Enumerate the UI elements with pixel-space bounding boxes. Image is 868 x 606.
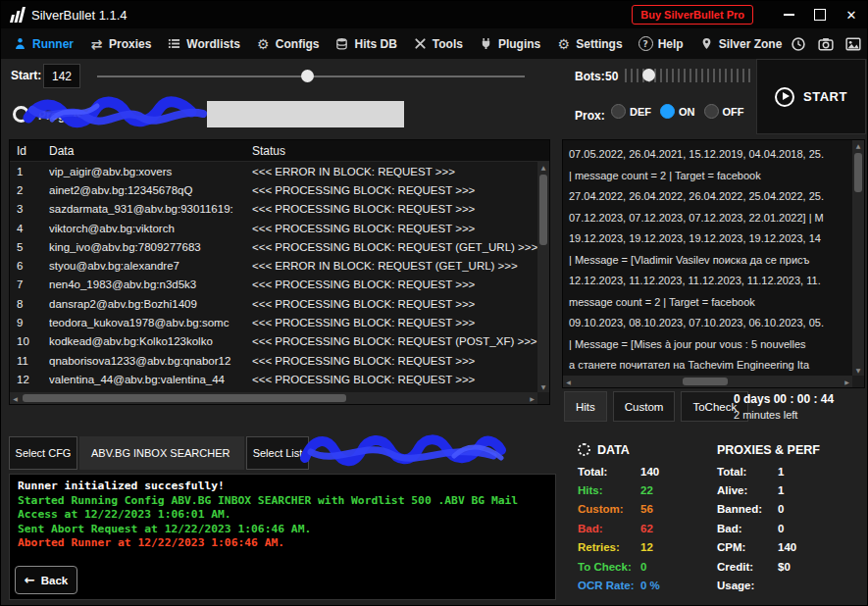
log-line: Aborted Runner at 12/22/2023 1:06:46 AM.: [18, 536, 547, 551]
proxy-radio-def[interactable]: DEF: [611, 104, 651, 119]
maximize-button[interactable]: [804, 1, 836, 28]
nav-item-runner[interactable]: Runner: [5, 28, 81, 59]
cell-id: 12: [10, 374, 49, 385]
vertical-scroll-thumb[interactable]: [854, 153, 862, 192]
nav-item-help[interactable]: Help: [631, 28, 691, 59]
cell-data: king_ivo@abv.bg:7809277683: [49, 241, 252, 253]
table-row[interactable]: 10 kodkead@abv.bg:Kolko123kolko <<< PROC…: [10, 332, 537, 351]
table-vertical-scrollbar[interactable]: [537, 162, 549, 392]
radio-on-icon[interactable]: [660, 104, 675, 119]
scroll-up-arrow-icon[interactable]: [852, 140, 864, 151]
proxies-swap-icon: [89, 36, 104, 51]
stat-label: Alive:: [717, 484, 778, 496]
proxy-radio-off[interactable]: OFF: [704, 104, 744, 119]
proxies-stats-rows: Total: 1 Alive: 1 Banned: 0 Bad: 0: [717, 462, 866, 595]
list-censor-scribble: [297, 432, 509, 474]
tab-custom[interactable]: Custom: [613, 391, 676, 422]
table-row[interactable]: 12 valentina_44@abv.bg:valentina_44 <<< …: [10, 370, 537, 388]
vertical-scroll-thumb[interactable]: [539, 175, 547, 245]
header-id: Id: [10, 144, 49, 158]
start-input[interactable]: [43, 64, 80, 88]
history-icon[interactable]: [790, 35, 806, 52]
scroll-down-arrow-icon[interactable]: [537, 381, 549, 392]
cell-status: <<< ERROR IN BLOCK: REQUEST >>>: [252, 166, 537, 177]
scroll-up-arrow-icon[interactable]: [537, 162, 549, 173]
buy-pro-button[interactable]: Buy SilverBullet Pro: [632, 5, 753, 25]
scroll-down-arrow-icon[interactable]: [852, 365, 864, 376]
cell-data: qnaborisova1233@abv.bg:qnabor12: [49, 355, 252, 367]
select-list-button[interactable]: Select List: [246, 436, 309, 470]
gallery-icon[interactable]: [844, 35, 861, 52]
stat-value: 22: [640, 484, 653, 496]
capture-line: | Message = [Mises à jour pour vous : 5 …: [569, 334, 850, 356]
select-cfg-button[interactable]: Select CFG: [9, 436, 77, 470]
capture-line: 07.05.2022, 26.04.2021, 15.12.2019, 04.0…: [569, 144, 850, 166]
radio-def-icon[interactable]: [611, 104, 626, 119]
cell-status: <<< ERROR IN BLOCK: REQUEST (GET_URL) >>…: [252, 260, 537, 272]
back-button[interactable]: Back: [15, 566, 77, 594]
table-row[interactable]: 5 king_ivo@abv.bg:7809277683 <<< PROCESS…: [10, 237, 537, 256]
nav-item-proxies[interactable]: Proxies: [81, 28, 159, 59]
table-row[interactable]: 4 viktorch@abv.bg:viktorch <<< PROCESSIN…: [10, 219, 537, 237]
table-horizontal-scrollbar[interactable]: [10, 392, 537, 404]
nav-item-settings[interactable]: Settings: [548, 28, 630, 59]
close-button[interactable]: [836, 1, 867, 28]
table-row[interactable]: 2 ainet2@abv.bg:12345678qQ <<< PROCESSIN…: [10, 180, 537, 199]
progress-bar: [207, 101, 404, 127]
bots-slider-thumb[interactable]: [642, 69, 655, 81]
scroll-left-arrow-icon[interactable]: [10, 392, 21, 404]
radio-off-icon[interactable]: [704, 104, 719, 119]
proxy-radio-on[interactable]: ON: [660, 104, 695, 119]
nav-item-plugins[interactable]: Plugins: [471, 28, 548, 59]
cell-data: teodora_kukova1978@abv.bg:somc: [49, 317, 252, 328]
app-window: SilverBullet 1.1.4 Buy SilverBullet Pro …: [0, 0, 868, 606]
capture-vertical-scrollbar[interactable]: [852, 140, 864, 376]
start-button[interactable]: START: [756, 59, 866, 134]
cell-data: vip_aigir@abv.bg:xovers: [49, 166, 252, 177]
runner-icon: [13, 36, 27, 51]
scroll-left-arrow-icon[interactable]: [563, 376, 574, 387]
cell-id: 9: [10, 317, 49, 328]
help-icon: [638, 36, 653, 51]
table-row[interactable]: 8 dansrap2@abv.bg:Bozhi1409 <<< PROCESSI…: [10, 294, 537, 313]
nav-label: Settings: [576, 37, 622, 51]
cell-id: 1: [10, 166, 49, 177]
capture-line: 12.12.2023, 11.12.2023, 11.12.2023, 11.1…: [569, 271, 850, 292]
cell-id: 8: [10, 298, 49, 310]
camera-icon[interactable]: [817, 35, 834, 52]
slider-thumb[interactable]: [301, 70, 314, 82]
table-row[interactable]: 6 styou@abv.bg:alexandre7 <<< ERROR IN B…: [10, 256, 537, 275]
stat-value: 140: [778, 541, 796, 553]
nav-item-tools[interactable]: Tools: [405, 28, 471, 59]
elapsed-time: 0 days 00 : 00 : 44: [734, 392, 834, 406]
proxies-stats-title: PROXIES & PERF: [717, 443, 820, 457]
horizontal-scroll-thumb[interactable]: [683, 378, 728, 385]
table-body: 1 vip_aigir@abv.bg:xovers <<< ERROR IN B…: [10, 162, 537, 392]
cell-id: 10: [10, 335, 49, 347]
scroll-right-arrow-icon[interactable]: [527, 392, 537, 404]
scroll-right-arrow-icon[interactable]: [842, 376, 852, 387]
bots-slider[interactable]: [625, 69, 750, 82]
table-row[interactable]: 1 vip_aigir@abv.bg:xovers <<< ERROR IN B…: [10, 162, 537, 180]
capture-horizontal-scrollbar[interactable]: [563, 376, 852, 387]
nav-label: Wordlists: [186, 37, 239, 51]
table-row[interactable]: 9 teodora_kukova1978@abv.bg:somc <<< PRO…: [10, 313, 537, 331]
table-row[interactable]: 11 qnaborisova1233@abv.bg:qnabor12 <<< P…: [10, 351, 537, 370]
result-tabs: Hits Custom ToCheck: [564, 391, 748, 422]
nav-item-silverzone[interactable]: Silver Zone: [691, 28, 791, 59]
minimize-button[interactable]: [773, 1, 804, 28]
table-row[interactable]: 3 sazdarmata_931@abv.bg:93011619: <<< PR…: [10, 200, 537, 219]
horizontal-scroll-thumb[interactable]: [23, 394, 346, 402]
app-logo-icon: [11, 7, 24, 23]
nav-item-configs[interactable]: Configs: [248, 28, 328, 59]
tab-hits[interactable]: Hits: [564, 391, 607, 422]
cell-id: 6: [10, 260, 49, 272]
back-button-label: Back: [41, 575, 69, 586]
bots-label: Bots:: [575, 70, 605, 83]
start-position-slider[interactable]: [97, 70, 525, 83]
nav-item-wordlists[interactable]: Wordlists: [159, 28, 247, 59]
cell-status: <<< PROCESSING BLOCK: REQUEST >>>: [252, 278, 537, 290]
table-row[interactable]: 7 nen4o_1983@abv.bg:n3d5k3 <<< PROCESSIN…: [10, 276, 537, 294]
nav-item-hitsdb[interactable]: Hits DB: [327, 28, 404, 59]
results-table: Id Data Status 1 vip_aigir@abv.bg:xovers…: [9, 139, 550, 405]
